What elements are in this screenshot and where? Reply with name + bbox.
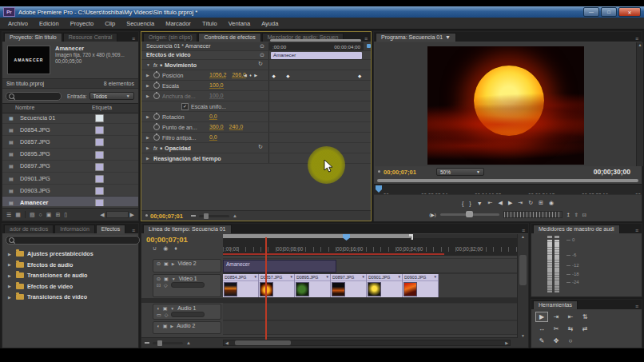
slip-tool[interactable]: ⇆ (564, 324, 577, 334)
effect-controls-timecode[interactable]: 00;00;07;01 (150, 213, 183, 220)
track-video2-content[interactable]: Amanecer (223, 258, 519, 273)
keyframe-lane[interactable] (268, 133, 364, 142)
go-to-previous-edit-button[interactable]: ⇤ (488, 200, 493, 206)
timeline-clip-d0901-jpg[interactable]: D0901.JPG▼ (367, 274, 403, 297)
entry-filter-dropdown[interactable]: Todos▼ (89, 92, 134, 100)
track-audio2-header[interactable]: ◖▣▶Audio 2 (153, 321, 221, 334)
effects-tab-informacion[interactable]: Información (54, 225, 95, 233)
program-tab-programa-secuencia-01[interactable]: Programa: Secuencia 01▼ (376, 33, 456, 42)
menu-proyecto[interactable]: Proyecto (65, 20, 100, 27)
twirl-icon[interactable]: ▶ (146, 114, 151, 119)
effect-row-escala-unifo[interactable]: ✓Escala unifo... (141, 101, 371, 112)
stopwatch-icon[interactable] (153, 113, 160, 120)
stopwatch-icon[interactable] (153, 72, 160, 78)
effect-row-filtro-antipa[interactable]: ▶Filtro antipa...0,0 (141, 133, 371, 143)
video-effects-section[interactable]: Efectos de video ⊙ Amanecer (141, 51, 371, 60)
stopwatch-icon[interactable] (153, 82, 160, 89)
playhead-line[interactable] (265, 237, 267, 340)
effects-folder-transiciones-de-audio[interactable]: ▶Transiciones de audio (2, 270, 138, 281)
collapse-icon[interactable]: ▶ (170, 324, 173, 328)
effect-row-movimiento[interactable]: ▼fx■Movimiento↻ (141, 60, 371, 70)
jog-wheel[interactable] (503, 211, 563, 218)
vscroll-thumb[interactable] (519, 255, 527, 285)
close-button[interactable]: ✕ (618, 7, 641, 17)
project-item-d0903-jpg[interactable]: ▤D0903.JPG (2, 185, 138, 197)
collapse-icon[interactable]: ▼ (170, 306, 174, 311)
video-frame[interactable] (427, 46, 584, 165)
timeline-clip-d0897-jpg[interactable]: D0897.JPG▼ (331, 274, 367, 297)
play-button[interactable]: ▶ (508, 200, 512, 206)
list-view-icon[interactable]: ☰ (6, 212, 11, 218)
clip-menu-icon[interactable]: ▼ (254, 275, 257, 279)
twirl-icon[interactable]: ▶ (146, 135, 151, 140)
hscroll-thumb[interactable] (235, 340, 291, 345)
twirl-icon[interactable]: ▶ (8, 295, 13, 300)
set-display-style-icon[interactable]: ▭ (157, 312, 161, 317)
effects-search-input[interactable] (6, 236, 140, 245)
tools-tab-herramientas[interactable]: Herramientas (533, 300, 578, 309)
chevron-down-icon[interactable]: ▼ (445, 34, 451, 40)
extract-button[interactable]: ⇧ (574, 212, 578, 217)
rolling-edit-tool[interactable]: ⇅ (578, 312, 591, 322)
timeline-clip-d0895-jpg[interactable]: D0895.JPG▼ (295, 274, 331, 297)
mini-timeline-ruler[interactable]: ;00;00 00;00;04;00 (268, 42, 364, 50)
loop-button[interactable]: ↻ (528, 200, 533, 206)
track-video1-header[interactable]: ⊙▣▼Video 1 ⊡◇ (153, 274, 221, 297)
clear-icon[interactable]: ▯ (64, 212, 67, 218)
menu-edicion[interactable]: Edición (34, 20, 65, 27)
track-audio2-content[interactable] (223, 320, 519, 335)
timeline-tab-linea-de-tiempo-secuencia-01[interactable]: Línea de tiempo: Secuencia 01 (143, 225, 232, 233)
scroll-right-icon[interactable]: ▶ (130, 212, 134, 218)
panel-menu-icon[interactable]: ≡ (519, 228, 528, 233)
mini-playhead[interactable] (367, 44, 371, 48)
scroll-left-icon[interactable]: ◀ (100, 212, 104, 218)
twirl-icon[interactable]: ▼ (146, 62, 151, 67)
track-height-slider[interactable] (171, 312, 205, 317)
keyframe-lane[interactable] (268, 60, 364, 70)
stopwatch-icon[interactable] (153, 93, 160, 99)
timeline-clip-d0903-jpg[interactable]: D0903.JPG▼ (403, 274, 439, 297)
twirl-icon[interactable]: ▶ (146, 145, 151, 150)
panel-menu-icon[interactable]: ≡ (129, 228, 138, 233)
panel-menu-icon[interactable]: ≡ (632, 304, 642, 309)
label-chip[interactable] (95, 199, 104, 206)
track-video1-content[interactable]: D0854.JPG▼D0857.JPG▼D0895.JPG▼D0897.JPG▼… (223, 273, 519, 298)
timeline-clip-d0857-jpg[interactable]: D0857.JPG▼ (259, 274, 295, 297)
scroll-down-icon[interactable]: ▼ (521, 333, 525, 338)
project-tab-proyecto-sin-titulo[interactable]: Proyecto: Sin título (4, 33, 62, 42)
work-area-bar[interactable] (223, 234, 411, 238)
view-zoom-dropdown[interactable]: 50%▼ (436, 168, 484, 176)
preview-thumbnail[interactable]: AMANECER (7, 46, 50, 74)
effects-folder-efectos-de-video[interactable]: ▶Efectos de video (2, 281, 138, 292)
collapse-icon[interactable]: ▼ (172, 276, 176, 281)
scroll-right-icon[interactable]: ▶ (503, 340, 510, 345)
param-value[interactable]: 0,0 (209, 134, 217, 141)
label-chip[interactable] (95, 187, 104, 195)
effects-tab-ador-de-medios[interactable]: ador de medios (4, 225, 54, 233)
sync-lock-icon[interactable]: ▣ (163, 305, 168, 311)
project-item-d0897-jpg[interactable]: ▤D0897.JPG (2, 161, 138, 173)
zoom-slider[interactable] (153, 342, 183, 344)
collapse-icon[interactable]: ▶ (172, 261, 175, 266)
scroll-thumb[interactable] (106, 211, 129, 218)
effects-folder-efectos-de-audio[interactable]: ▶Efectos de audio (2, 260, 138, 271)
hand-tool[interactable]: ✥ (550, 336, 563, 346)
rate-stretch-tool[interactable]: ↔ (535, 324, 548, 334)
param-value[interactable]: 360,0 (209, 124, 224, 130)
add-marker-button[interactable]: ▼ (477, 201, 483, 206)
param-value[interactable]: 0,0 (209, 113, 217, 120)
panel-menu-icon[interactable]: ≡ (632, 228, 642, 233)
label-chip[interactable] (95, 151, 104, 159)
zoom-in-icon[interactable]: ▲ (233, 213, 237, 218)
project-item-d0857-jpg[interactable]: ▤D0857.JPG (2, 136, 138, 148)
play-in-to-out-button[interactable]: (▶) (429, 212, 436, 217)
twirl-icon[interactable]: ▶ (146, 73, 151, 78)
menu-titulo[interactable]: Título (197, 20, 223, 27)
label-chip[interactable] (95, 175, 104, 183)
keyframe-nav-icons[interactable]: ◀ ♦ ▶ (244, 73, 258, 78)
snap-icon[interactable]: ∪ (153, 245, 157, 252)
shuttle-slider[interactable] (440, 213, 499, 216)
zoom-out-icon[interactable] (145, 342, 149, 344)
panel-menu-icon[interactable]: ≡ (632, 36, 642, 42)
stopwatch-icon[interactable] (153, 124, 160, 130)
